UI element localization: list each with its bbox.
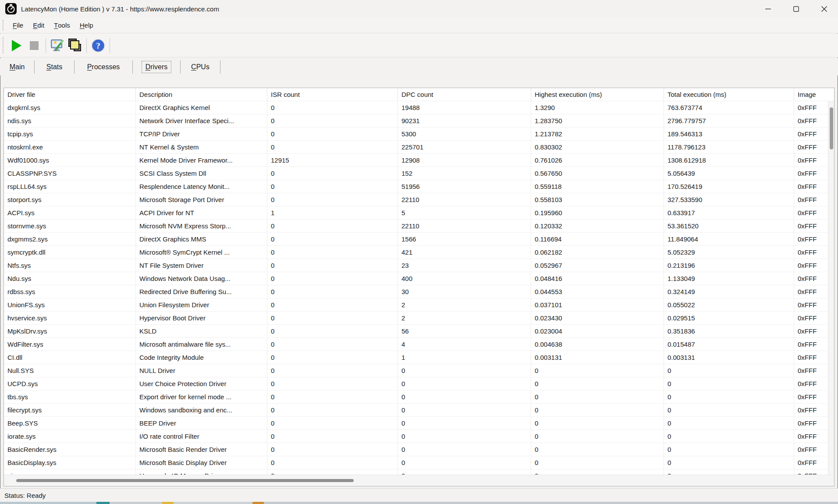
table-row[interactable]: UnionFS.sys Union Filesystem Driver 0 2 …: [4, 298, 834, 312]
cell-isr-count: 0: [267, 377, 398, 390]
report-button[interactable]: [49, 37, 66, 54]
table-row[interactable]: Ntfs.sys NT File System Driver 0 23 0.05…: [4, 259, 834, 272]
cell-highest-execution: 0.195960: [531, 206, 664, 219]
table-row[interactable]: storport.sys Microsoft Storage Port Driv…: [4, 193, 834, 206]
cell-driver-file: WdFilter.sys: [4, 338, 136, 351]
vertical-scrollbar[interactable]: [828, 101, 834, 475]
cell-description: Union Filesystem Driver: [136, 298, 267, 311]
cell-driver-file: storport.sys: [4, 193, 136, 206]
table-row[interactable]: MpKslDrv.sys KSLD 0 56 0.023004 0.351836…: [4, 325, 834, 338]
table-row[interactable]: UCPD.sys User Choice Protection Driver 0…: [4, 377, 834, 390]
start-monitor-button[interactable]: [8, 37, 25, 54]
cell-isr-count: 0: [267, 390, 398, 403]
table-row[interactable]: Null.SYS NULL Driver 0 0 0 0 0xFFF: [4, 364, 834, 377]
cell-total-execution: 0: [664, 430, 794, 443]
table-row[interactable]: iorate.sys I/O rate control Filter 0 0 0…: [4, 430, 834, 443]
menubar-gripper[interactable]: [3, 20, 4, 31]
minimize-button[interactable]: [754, 0, 782, 18]
cell-driver-file: hvservice.sys: [4, 312, 136, 324]
cell-total-execution: 0.015487: [664, 338, 794, 351]
table-row[interactable]: ndis.sys Network Driver Interface Speci.…: [4, 114, 834, 128]
cell-highest-execution: 0.048416: [531, 272, 664, 285]
table-row[interactable]: CI.dll Code Integrity Module 0 1 0.00313…: [4, 351, 834, 364]
tab-cpus[interactable]: CPUs: [181, 58, 220, 75]
table-row[interactable]: Ndu.sys Windows Network Data Usag... 0 4…: [4, 272, 834, 285]
tab-main[interactable]: Main: [0, 58, 34, 75]
cell-highest-execution: 1.213782: [531, 128, 664, 140]
cell-highest-execution: 0: [531, 377, 664, 390]
cell-dpc-count: 56: [398, 325, 531, 337]
table-row[interactable]: rdbss.sys Redirected Drive Buffering Su.…: [4, 285, 834, 298]
cell-description: Windows sandboxing and enc...: [136, 404, 267, 416]
table-row[interactable]: ACPI.sys ACPI Driver for NT 1 5 0.195960…: [4, 206, 834, 220]
cell-isr-count: 0: [267, 246, 398, 259]
table-row[interactable]: BasicRender.sys Microsoft Basic Render D…: [4, 443, 834, 456]
cell-driver-file: rspLLL64.sys: [4, 180, 136, 193]
table-row[interactable]: rspLLL64.sys Resplendence Latency Monit.…: [4, 180, 834, 193]
vertical-scrollbar-thumb[interactable]: [830, 107, 833, 149]
cell-dpc-count: 1566: [398, 233, 531, 245]
tab-stats[interactable]: Stats: [35, 58, 74, 75]
cell-isr-count: 0: [267, 404, 398, 416]
cell-total-execution: 0.003131: [664, 351, 794, 364]
maximize-button[interactable]: [782, 0, 810, 18]
tab-drivers[interactable]: Drivers: [133, 58, 180, 75]
cell-driver-file: Ntfs.sys: [4, 259, 136, 272]
cell-isr-count: 0: [267, 259, 398, 272]
cell-total-execution: 0.351836: [664, 325, 794, 337]
toolbar-gripper[interactable]: [3, 37, 4, 53]
table-row[interactable]: stornvme.sys Microsoft NVM Express Storp…: [4, 220, 834, 233]
cell-highest-execution: 0: [531, 390, 664, 403]
column-header-driver-file[interactable]: Driver file: [4, 88, 136, 101]
column-header-dpc-count[interactable]: DPC count: [398, 88, 531, 101]
horizontal-scrollbar[interactable]: [4, 475, 834, 486]
cell-highest-execution: 0.116694: [531, 233, 664, 245]
column-header-highest-execution[interactable]: Highest execution (ms): [531, 88, 664, 101]
table-row[interactable]: Beep.SYS BEEP Driver 0 0 0 0 0xFFF: [4, 417, 834, 430]
table-row[interactable]: filecrypt.sys Windows sandboxing and enc…: [4, 404, 834, 417]
table-row[interactable]: BasicDisplay.sys Microsoft Basic Display…: [4, 456, 834, 469]
cell-driver-file: CLASSPNP.SYS: [4, 167, 136, 180]
column-header-description[interactable]: Description: [136, 88, 267, 101]
table-row[interactable]: hvservice.sys Hypervisor Boot Driver 0 2…: [4, 312, 834, 325]
cell-description: Export driver for kernel mode ...: [136, 390, 267, 403]
windows-button[interactable]: [66, 37, 84, 54]
cell-isr-count: 0: [267, 364, 398, 377]
cell-description: Code Integrity Module: [136, 351, 267, 364]
cell-total-execution: 5.052329: [664, 246, 794, 259]
menu-tools[interactable]: Tools: [49, 18, 75, 33]
table-rows-viewport: dxgkrnl.sys DirectX Graphics Kernel 0 19…: [4, 101, 834, 475]
table-row[interactable]: WdFilter.sys Microsoft antimalware file …: [4, 338, 834, 351]
column-header-image[interactable]: Image: [794, 88, 834, 101]
table-row[interactable]: tcpip.sys TCP/IP Driver 0 5300 1.213782 …: [4, 128, 834, 141]
column-header-isr-count[interactable]: ISR count: [267, 88, 398, 101]
column-header-total-execution[interactable]: Total execution (ms): [664, 88, 794, 101]
table-row[interactable]: Wdf01000.sys Kernel Mode Driver Framewor…: [4, 154, 834, 167]
cell-isr-count: 0: [267, 167, 398, 180]
table-row[interactable]: CLASSPNP.SYS SCSI Class System Dll 0 152…: [4, 167, 834, 180]
cell-dpc-count: 5300: [398, 128, 531, 140]
cell-highest-execution: 0.567650: [531, 167, 664, 180]
stop-monitor-button[interactable]: [25, 37, 43, 54]
table-row[interactable]: uioman.sys Usermode IO Mapper Driver 0 0…: [4, 469, 834, 475]
menu-help[interactable]: Help: [75, 18, 98, 33]
menu-edit[interactable]: Edit: [28, 18, 49, 33]
table-row[interactable]: ntoskrnl.exe NT Kernel & System 0 225701…: [4, 141, 834, 154]
table-row[interactable]: dxgkrnl.sys DirectX Graphics Kernel 0 19…: [4, 101, 834, 114]
help-button[interactable]: ?: [89, 37, 107, 54]
table-row[interactable]: symcryptk.dll Microsoft® SymCrypt Kernel…: [4, 246, 834, 259]
tab-processes[interactable]: Processes: [75, 58, 132, 75]
close-button[interactable]: [810, 0, 838, 18]
horizontal-scrollbar-thumb[interactable]: [16, 479, 354, 482]
cell-dpc-count: 0: [398, 456, 531, 469]
cell-description: TCP/IP Driver: [136, 128, 267, 140]
cell-isr-count: 0: [267, 456, 398, 469]
cell-total-execution: 0: [664, 417, 794, 429]
cell-driver-file: iorate.sys: [4, 430, 136, 443]
cell-highest-execution: 1.283750: [531, 114, 664, 127]
table-row[interactable]: tbs.sys Export driver for kernel mode ..…: [4, 390, 834, 404]
cell-total-execution: 0: [664, 390, 794, 403]
table-row[interactable]: dxgmms2.sys DirectX Graphics MMS 0 1566 …: [4, 233, 834, 246]
cell-isr-count: 0: [267, 312, 398, 324]
menu-file[interactable]: File: [8, 18, 28, 33]
